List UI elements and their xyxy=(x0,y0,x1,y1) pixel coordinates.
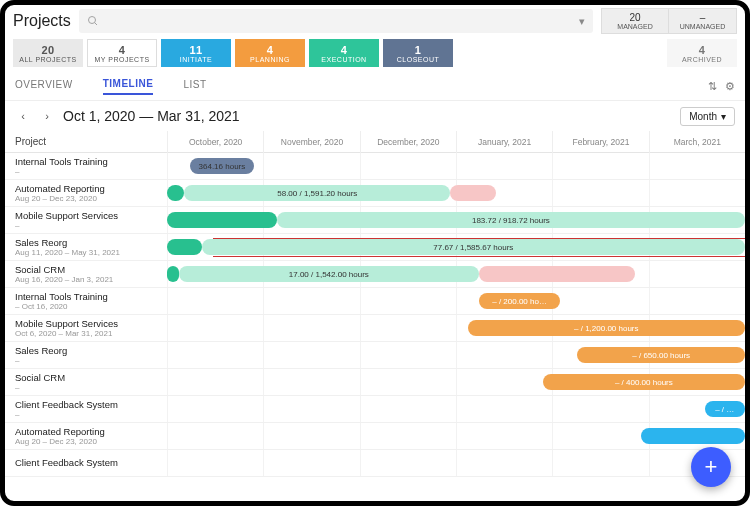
table-row: Client Feedback System xyxy=(5,450,745,477)
tab-list[interactable]: LIST xyxy=(183,79,206,94)
project-label[interactable]: Client Feedback System– xyxy=(5,396,167,422)
gantt-bar[interactable] xyxy=(641,428,745,444)
filter-tab-archived[interactable]: 4ARCHIVED xyxy=(667,39,737,67)
table-row: Internal Tools Training–364.16 hours xyxy=(5,153,745,180)
table-row: Mobile Support Services–183.72 / 918.72 … xyxy=(5,207,745,234)
project-label[interactable]: Client Feedback System xyxy=(5,450,167,476)
svg-line-1 xyxy=(94,23,97,26)
gantt-bar[interactable]: – / 1,200.00 hours xyxy=(468,320,745,336)
gantt-bar[interactable] xyxy=(167,185,184,201)
table-row: Automated ReportingAug 20 – Dec 23, 2020… xyxy=(5,180,745,207)
filter-tab-all[interactable]: 20ALL PROJECTS xyxy=(13,39,83,67)
month-header: October, 2020 xyxy=(167,131,263,153)
gantt-bar[interactable] xyxy=(479,266,635,282)
project-label[interactable]: Social CRM– xyxy=(5,369,167,395)
month-header: March, 2021 xyxy=(649,131,745,153)
managed-count: 20 xyxy=(629,12,640,23)
search-icon xyxy=(87,15,99,27)
gantt-bar[interactable]: 77.67 / 1,585.67 hours xyxy=(202,239,745,255)
project-label[interactable]: Automated ReportingAug 20 – Dec 23, 2020 xyxy=(5,423,167,449)
sort-icon[interactable]: ⇅ xyxy=(708,80,717,93)
gantt-bar[interactable]: 17.00 / 1,542.00 hours xyxy=(179,266,480,282)
table-row: Social CRM–– / 400.00 hours xyxy=(5,369,745,396)
scale-select[interactable]: Month ▾ xyxy=(680,107,735,126)
gantt-bar[interactable] xyxy=(167,212,277,228)
project-label[interactable]: Internal Tools Training– xyxy=(5,153,167,179)
chevron-down-icon: ▾ xyxy=(721,111,726,122)
month-header: January, 2021 xyxy=(456,131,552,153)
tab-timeline[interactable]: TIMELINE xyxy=(103,78,154,95)
filter-tab-closeout[interactable]: 1CLOSEOUT xyxy=(383,39,453,67)
table-row: Internal Tools Training– Oct 16, 2020– /… xyxy=(5,288,745,315)
filter-tab-my[interactable]: 4MY PROJECTS xyxy=(87,39,157,67)
table-row: Social CRMAug 16, 2020 – Jan 3, 202117.0… xyxy=(5,261,745,288)
next-button[interactable]: › xyxy=(39,110,55,122)
project-label[interactable]: Sales Reorg– xyxy=(5,342,167,368)
gantt-bar[interactable]: – / 650.00 hours xyxy=(577,347,745,363)
table-row: Sales Reorg–– / 650.00 hours xyxy=(5,342,745,369)
project-label[interactable]: Mobile Support Services– xyxy=(5,207,167,233)
unmanaged-count: – xyxy=(700,12,706,23)
chevron-down-icon[interactable]: ▾ xyxy=(579,15,585,28)
month-header: February, 2021 xyxy=(552,131,648,153)
filter-tab-execution[interactable]: 4EXECUTION xyxy=(309,39,379,67)
gantt-bar[interactable] xyxy=(167,266,179,282)
gantt-bar[interactable]: 364.16 hours xyxy=(190,158,254,174)
month-header: November, 2020 xyxy=(263,131,359,153)
date-range: Oct 1, 2020 — Mar 31, 2021 xyxy=(63,108,240,124)
filter-tab-planning[interactable]: 4PLANNING xyxy=(235,39,305,67)
project-label[interactable]: Internal Tools Training– Oct 16, 2020 xyxy=(5,288,167,314)
page-title: Projects xyxy=(13,12,71,30)
managed-toggle[interactable]: 20MANAGED –UNMANAGED xyxy=(601,8,737,34)
table-row: Mobile Support ServicesOct 6, 2020 – Mar… xyxy=(5,315,745,342)
gantt-bar[interactable]: 58.00 / 1,591.20 hours xyxy=(184,185,450,201)
gantt-bar[interactable]: – / 200.00 ho… xyxy=(479,293,560,309)
table-row: Sales ReorgAug 11, 2020 – May 31, 202177… xyxy=(5,234,745,261)
filter-tab-initiate[interactable]: 11INITIATE xyxy=(161,39,231,67)
prev-button[interactable]: ‹ xyxy=(15,110,31,122)
svg-point-0 xyxy=(88,17,95,24)
project-label[interactable]: Sales ReorgAug 11, 2020 – May 31, 2021 xyxy=(5,234,167,260)
filter-tabs: 20ALL PROJECTS4MY PROJECTS11INITIATE4PLA… xyxy=(5,37,745,73)
table-row: Automated ReportingAug 20 – Dec 23, 2020 xyxy=(5,423,745,450)
project-label[interactable]: Mobile Support ServicesOct 6, 2020 – Mar… xyxy=(5,315,167,341)
project-label[interactable]: Automated ReportingAug 20 – Dec 23, 2020 xyxy=(5,180,167,206)
month-header: December, 2020 xyxy=(360,131,456,153)
gantt-bar[interactable]: – / … xyxy=(705,401,745,417)
column-header-project: Project xyxy=(5,136,167,147)
project-label[interactable]: Social CRMAug 16, 2020 – Jan 3, 2021 xyxy=(5,261,167,287)
gantt-bar[interactable] xyxy=(450,185,496,201)
gantt-bar[interactable]: – / 400.00 hours xyxy=(543,374,745,390)
gantt-bar[interactable]: 183.72 / 918.72 hours xyxy=(277,212,745,228)
tab-overview[interactable]: OVERVIEW xyxy=(15,79,73,94)
plus-icon: + xyxy=(705,454,718,480)
add-button[interactable]: + xyxy=(691,447,731,487)
gear-icon[interactable]: ⚙ xyxy=(725,80,735,93)
table-row: Client Feedback System–– / … xyxy=(5,396,745,423)
gantt-bar[interactable] xyxy=(167,239,202,255)
search-input[interactable]: ▾ xyxy=(79,9,593,33)
